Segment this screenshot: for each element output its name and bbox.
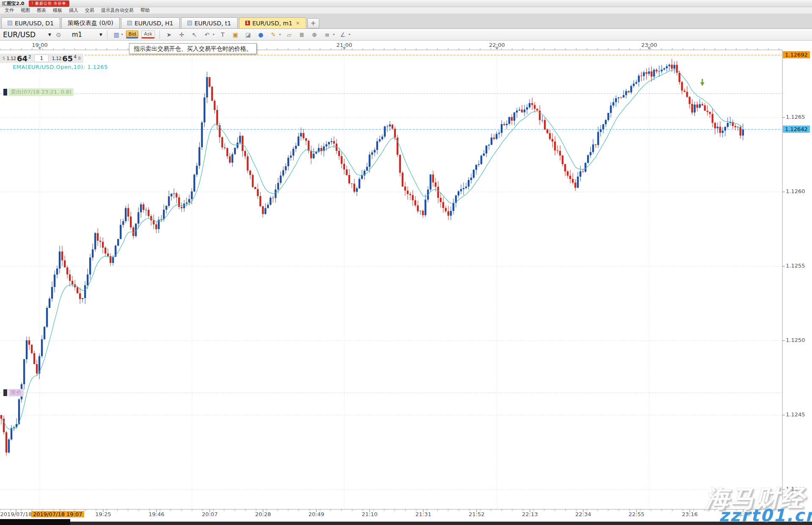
bottom-axis-label: 21:52 [451, 511, 502, 517]
zoom-in-icon[interactable]: ⊕ [310, 31, 319, 38]
price-axis-label: 1.1260 [786, 188, 812, 194]
bottom-axis-label: 20:49 [291, 511, 342, 517]
undo-icon-caret[interactable]: ▾ [213, 33, 214, 36]
tab-label: EUR/USD, t1 [195, 20, 231, 27]
tab-eurusd-h1[interactable]: EUR/USD, H1 [121, 17, 180, 28]
ask-button[interactable]: Ask [141, 30, 155, 38]
sell-arrow-icon [700, 79, 705, 86]
buy-price-minor: 1.12 [52, 56, 61, 61]
spread-value[interactable]: 1 [34, 55, 49, 62]
bottom-axis-label: 2019/07/18 19:07 [31, 511, 84, 517]
menu-item-0[interactable]: 文件 [1, 7, 17, 14]
tab-eurusd-m1[interactable]: 1 EUR/USD, m1 × [239, 17, 306, 28]
price-axis-label: 1.1265 [786, 114, 812, 120]
new-tab-button[interactable]: + [307, 18, 319, 28]
chart-type-icon[interactable]: ▥ [112, 31, 121, 38]
bottom-axis-label: 20:28 [238, 511, 288, 517]
tab-eurusd-d1[interactable]: EUR/USD, D1 [1, 17, 60, 28]
timeframe-select[interactable]: m1 [72, 31, 96, 38]
buy-price-major: 65 [62, 54, 73, 63]
main-toolbar: EUR/USD ▼ ⊙ m1 ▼ ▥ ▾ Bid Ask ➤✛↖↶▾T▣◪●✎▾… [0, 29, 812, 41]
menu-item-7[interactable]: 帮助 [137, 7, 153, 14]
menu-item-2[interactable]: 图表 [33, 7, 49, 14]
menu-item-4[interactable]: 插入 [66, 7, 82, 14]
print-icon[interactable]: ≣ [297, 31, 306, 38]
chart-window-icon [187, 21, 192, 25]
menu-item-5[interactable]: 交易 [82, 7, 98, 14]
bottom-axis-label: 20:07 [184, 511, 235, 517]
symbol-select[interactable]: EUR/USD [3, 30, 45, 39]
tab-label: EUR/USD, D1 [15, 20, 54, 27]
tab-label: EUR/USD, H1 [134, 20, 173, 27]
angle-tool-icon-caret[interactable]: ▾ [348, 33, 350, 36]
app-title: 汇图宝2.0 [2, 0, 25, 7]
pencil-icon[interactable]: ✎ [269, 31, 278, 38]
sell-order-label: 卖出(07/18 23:21, 0.8) [8, 88, 74, 96]
ask-price-tag: 1.12692 [783, 51, 810, 58]
limit-order-marker[interactable]: 限价 [3, 389, 24, 396]
cursor-icon[interactable]: ➤ [165, 31, 173, 38]
undo-icon[interactable]: ↶ [203, 31, 211, 38]
menu-item-3[interactable]: 模板 [49, 7, 66, 14]
buy-side-label: B [77, 56, 82, 60]
promo-badge[interactable]: ! 最新公告 市价单 [29, 0, 69, 7]
symbol-caret-icon[interactable]: ▼ [48, 33, 51, 37]
sell-order-marker[interactable]: 卖出(07/18 23:21, 0.8) [3, 88, 74, 96]
search-icon[interactable]: ⊙ [54, 31, 63, 38]
ema-indicator-label: EMA(EUR/USD.Open,10): 1.1265 [13, 64, 108, 70]
bottom-bar [0, 522, 812, 525]
top-axis-label: 21:00 [334, 42, 354, 48]
top-axis-label: 23:00 [639, 42, 659, 48]
sell-price-pip: 2 [28, 55, 31, 59]
price-axis-label: 1.1250 [786, 337, 812, 343]
limit-order-label: 限价 [8, 389, 24, 396]
order-handle-icon[interactable] [3, 389, 7, 396]
chart-type-caret-icon[interactable]: ▾ [121, 33, 123, 36]
pencil-icon-caret[interactable]: ▾ [279, 33, 281, 36]
toolbar-separator [159, 30, 160, 39]
calendar-icon[interactable]: ▣ [231, 31, 240, 38]
bottom-axis-label: 21:31 [398, 511, 449, 517]
close-icon[interactable]: × [296, 20, 299, 26]
menu-item-1[interactable]: 视图 [17, 7, 33, 14]
menu-bar: 文件视图图表模板插入交易提示及自动交易帮助 [0, 7, 812, 14]
bid-button[interactable]: Bid [126, 30, 139, 38]
buy-price-pip: 4 [74, 55, 76, 59]
bottom-axis-label: 22:55 [611, 511, 662, 517]
bottom-bar-left-segment [0, 519, 70, 525]
toolbar-separator [107, 30, 107, 39]
eraser-icon[interactable]: ◪ [244, 31, 252, 38]
tab-eurusd-t1[interactable]: EUR/USD, t1 [181, 17, 238, 28]
active-chart-icon: 1 [245, 21, 250, 25]
window-titlebar: 汇图宝2.0 ! 最新公告 市价单 [0, 0, 812, 7]
bottom-axis-label: 19:46 [131, 511, 182, 517]
bid-price-tag: 1.12642 [783, 126, 810, 133]
top-axis-label: 22:00 [487, 42, 507, 48]
order-handle-icon[interactable] [3, 89, 7, 96]
bottom-axis-label: 21:10 [344, 511, 395, 517]
lines-icon[interactable]: ≡ [323, 31, 332, 38]
tab-strategy-dashboard[interactable]: 策略仪表盘 (0/0) [61, 17, 120, 28]
timeframe-caret-icon[interactable]: ▼ [99, 33, 102, 37]
angle-tool-icon[interactable]: ∠ [338, 31, 347, 38]
bottom-axis-label: 19:25 [78, 511, 129, 517]
tab-label: EUR/USD, m1 [252, 20, 293, 27]
shapes-icon[interactable]: ▱ [285, 31, 294, 38]
sell-price-major: 64 [17, 54, 27, 63]
menu-item-6[interactable]: 提示及自动交易 [98, 7, 137, 14]
watermark-site: zzrt01.cn [719, 506, 812, 525]
top-axis-label: 19:00 [30, 42, 50, 48]
arrow-tool-icon[interactable]: ↖ [190, 31, 199, 38]
candlestick-chart-canvas[interactable] [0, 41, 812, 525]
crosshair-icon[interactable]: ✛ [177, 31, 186, 38]
text-tool-icon[interactable]: T [218, 31, 227, 38]
chart-window-icon [127, 21, 132, 25]
trading-app-window: 汇图宝2.0 ! 最新公告 市价单 文件视图图表模板插入交易提示及自动交易帮助 … [0, 0, 812, 525]
chart-tab-strip: EUR/USD, D1 策略仪表盘 (0/0) EUR/USD, H1 EUR/… [0, 14, 812, 29]
bid-button-tooltip: 指示卖出交易开仓、买入交易平仓时的价格。 [129, 43, 257, 54]
bottom-axis-label: 22:13 [505, 511, 555, 517]
globe-icon[interactable]: ● [256, 31, 265, 38]
one-click-quote-panel[interactable]: S 1.12 64 2 1 1.12 65 4 B [0, 54, 83, 63]
lines-icon-caret[interactable]: ▾ [333, 33, 335, 36]
price-axis-label: 1.1255 [786, 262, 812, 269]
